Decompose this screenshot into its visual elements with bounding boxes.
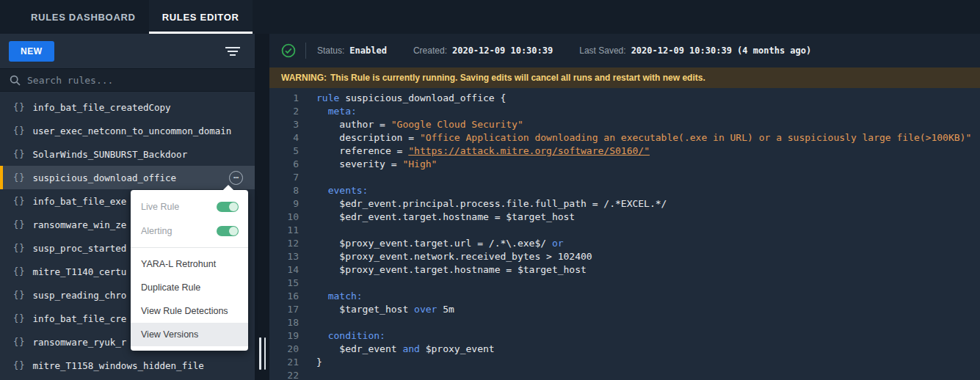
warning-text: This Rule is currently running. Saving e… — [330, 73, 705, 83]
rule-enabled-check-icon — [281, 43, 296, 58]
code-line[interactable]: 20 $edr_event and $proxy_event — [269, 343, 980, 356]
rule-name: user_exec_netconn_to_uncommon_domain — [32, 125, 231, 136]
code-line[interactable]: 6 severity = "High" — [269, 158, 980, 171]
rule-name: info_bat_file_exe — [32, 196, 126, 207]
menu-toggle-alerting[interactable]: Alerting — [131, 219, 248, 243]
status-bar: Status:Enabled Created:2020-12-09 10:30:… — [269, 34, 980, 67]
code-editor[interactable]: 1rule suspicious_download_office {2 meta… — [269, 88, 980, 380]
toggle-switch[interactable] — [217, 202, 239, 212]
code-line[interactable]: 9 $edr_event.principal.process.file.full… — [269, 197, 980, 211]
rule-name: suspicious_download_office — [32, 172, 176, 183]
splitter-handle[interactable] — [259, 337, 266, 370]
code-line[interactable]: 1rule suspicious_download_office { — [269, 92, 980, 105]
line-number: 8 — [269, 184, 299, 197]
line-number: 6 — [269, 158, 299, 171]
rule-braces-icon: {} — [13, 172, 25, 183]
rule-list-item[interactable]: {}mitre_T1158_windows_hidden_file — [0, 354, 255, 377]
code-text: events: — [316, 184, 368, 197]
rule-name: info_bat_file_createdCopy — [32, 102, 170, 113]
line-number: 13 — [269, 250, 299, 263]
code-line[interactable]: 8 events: — [269, 184, 980, 197]
line-number: 14 — [269, 263, 299, 277]
rule-actions-button[interactable]: ⋯ — [229, 171, 243, 185]
rule-name: ransomware_ryuk_r — [32, 337, 126, 348]
code-text: meta: — [316, 105, 357, 118]
line-number: 22 — [269, 369, 299, 380]
rule-braces-icon: {} — [13, 149, 25, 159]
line-number: 5 — [269, 145, 299, 158]
menu-item-duplicate-rule[interactable]: Duplicate Rule — [131, 276, 248, 299]
warning-bar: WARNING: This Rule is currently running.… — [269, 67, 980, 88]
menu-item-view-rule-detections[interactable]: View Rule Detections — [131, 299, 248, 323]
rule-braces-icon: {} — [13, 125, 25, 136]
menu-toggle-live-rule[interactable]: Live Rule — [131, 194, 248, 219]
rule-list-item[interactable]: {}SolarWinds_SUNBURST_Backdoor — [0, 142, 255, 166]
new-rule-button[interactable]: NEW — [9, 41, 54, 62]
code-text: $edr_event.target.hostname = $target_hos… — [316, 211, 575, 224]
sidebar-toolbar: NEW — [0, 34, 255, 68]
code-line[interactable]: 16 match: — [269, 290, 980, 303]
code-line[interactable]: 10 $edr_event.target.hostname = $target_… — [269, 211, 980, 224]
menu-toggle-label: Alerting — [141, 226, 172, 236]
code-line[interactable]: 5 reference = "https://attack.mitre.org/… — [269, 145, 980, 158]
line-number: 2 — [269, 105, 299, 118]
menu-item-yara-l-retrohunt[interactable]: YARA-L Retrohunt — [131, 252, 248, 276]
code-line[interactable]: 14 $proxy_event.target.hostname = $targe… — [269, 263, 980, 277]
rule-braces-icon: {} — [13, 337, 25, 347]
menu-toggles: Live RuleAlerting — [131, 194, 248, 243]
created-label: Created: — [413, 45, 447, 56]
line-number: 7 — [269, 171, 299, 184]
code-text: severity = "High" — [316, 158, 437, 171]
rule-braces-icon: {} — [13, 290, 25, 300]
rule-list-item[interactable]: {}suspicious_download_office⋯ — [0, 166, 255, 189]
toggle-switch[interactable] — [217, 226, 239, 236]
rule-braces-icon: {} — [13, 102, 25, 112]
code-line[interactable]: 7 — [269, 171, 980, 184]
rule-editor-panel: Status:Enabled Created:2020-12-09 10:30:… — [269, 34, 980, 380]
code-line[interactable]: 21} — [269, 356, 980, 369]
rule-name: SolarWinds_SUNBURST_Backdoor — [32, 149, 187, 160]
code-text: rule suspicious_download_office { — [316, 92, 506, 105]
menu-divider — [131, 247, 248, 248]
tab-rules-editor[interactable]: RULES EDITOR — [149, 0, 253, 34]
rule-created: Created:2020-12-09 10:30:39 — [413, 45, 553, 56]
rules-editor-app: RULES DASHBOARD RULES EDITOR NEW — [0, 0, 980, 380]
code-line[interactable]: 13 $proxy_event.network.received_bytes >… — [269, 250, 980, 263]
code-line[interactable]: 22 — [269, 369, 980, 380]
line-number: 15 — [269, 277, 299, 290]
menu-toggle-label: Live Rule — [141, 202, 179, 212]
code-text: description = "Office Application downlo… — [316, 131, 971, 145]
code-text: author = "Google Cloud Security" — [316, 118, 523, 131]
code-text: reference = "https://attack.mitre.org/so… — [316, 145, 650, 158]
rule-name: susp_proc_started — [32, 243, 126, 254]
code-text: $target_host over 5m — [316, 303, 454, 316]
rule-name: ransomware_win_ze — [32, 219, 126, 230]
code-line[interactable]: 11 — [269, 224, 980, 237]
rule-braces-icon: {} — [13, 360, 25, 370]
rule-braces-icon: {} — [13, 219, 25, 230]
code-line[interactable]: 12 $proxy_event.target.url = /.*\.exe$/ … — [269, 237, 980, 250]
code-line[interactable]: 15 — [269, 277, 980, 290]
sort-filter-icon[interactable] — [225, 46, 240, 56]
status-value: Enabled — [349, 45, 387, 56]
menu-item-view-versions[interactable]: View Versions — [131, 323, 248, 346]
tab-rules-dashboard[interactable]: RULES DASHBOARD — [18, 0, 149, 34]
code-line[interactable]: 3 author = "Google Cloud Security" — [269, 118, 980, 131]
search-input[interactable] — [27, 75, 245, 86]
code-text: $edr_event and $proxy_event — [316, 343, 495, 356]
code-line[interactable]: 19 condition: — [269, 329, 980, 343]
rule-braces-icon: {} — [13, 313, 25, 324]
code-line[interactable]: 18 — [269, 316, 980, 329]
rule-list-item[interactable]: {}user_exec_netconn_to_uncommon_domain — [0, 119, 255, 142]
code-line[interactable]: 17 $target_host over 5m — [269, 303, 980, 316]
line-number: 16 — [269, 290, 299, 303]
code-line[interactable]: 4 description = "Office Application down… — [269, 131, 980, 145]
last-saved-label: Last Saved: — [579, 45, 625, 56]
line-number: 3 — [269, 118, 299, 131]
code-line[interactable]: 2 meta: — [269, 105, 980, 118]
rule-list-item[interactable]: {}info_bat_file_createdCopy — [0, 95, 255, 119]
line-number: 1 — [269, 92, 299, 105]
rule-braces-icon: {} — [13, 243, 25, 253]
line-number: 10 — [269, 211, 299, 224]
rule-name: susp_reading_chro — [32, 290, 126, 301]
